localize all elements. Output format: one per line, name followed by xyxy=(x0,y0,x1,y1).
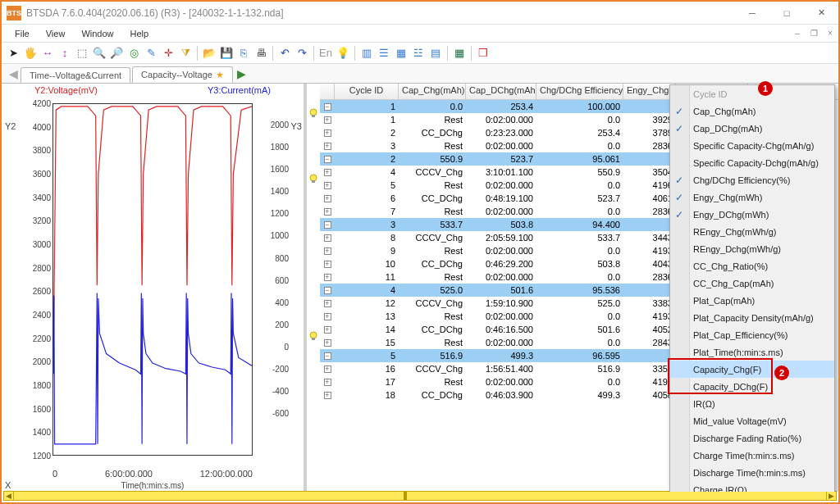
filter-icon[interactable]: ⧩ xyxy=(177,45,194,61)
ctx-item[interactable]: ✓Engy_DChg(mWh) xyxy=(670,206,834,223)
expand-icon[interactable]: + xyxy=(324,392,331,399)
expand-icon[interactable]: + xyxy=(324,274,331,281)
collapse-icon[interactable]: − xyxy=(324,103,331,111)
ctx-item[interactable]: ✓Engy_Chg(mWh) xyxy=(670,188,834,206)
mdi-minimize-icon[interactable]: – xyxy=(791,27,804,40)
ctx-item[interactable]: Capacity_Chg(F) xyxy=(670,361,834,378)
expand-icon[interactable]: + xyxy=(324,143,331,150)
expand-icon[interactable]: + xyxy=(324,300,331,307)
menu-window[interactable]: Window xyxy=(73,27,121,40)
minimize-button[interactable]: ─ xyxy=(735,2,769,24)
bulb-icon[interactable] xyxy=(308,108,318,118)
expand-icon[interactable]: + xyxy=(324,339,331,347)
tab-add-icon[interactable]: ▶ xyxy=(237,67,246,80)
ctx-item[interactable]: Discharge Fading Ratio(%) xyxy=(670,429,834,447)
expand-icon[interactable]: + xyxy=(324,234,331,242)
expand-icon[interactable]: + xyxy=(324,208,331,216)
col-cycle-id[interactable]: Cycle ID xyxy=(335,84,399,99)
save-icon[interactable]: 💾 xyxy=(218,45,235,61)
redo-icon[interactable]: ↷ xyxy=(294,45,310,61)
ctx-item[interactable]: Plat_Cap(mAh) xyxy=(670,292,834,309)
menu-help[interactable]: Help xyxy=(122,27,158,40)
tab-time-voltage-current[interactable]: Time--Voltage&Current xyxy=(21,67,130,83)
open-icon[interactable]: 📂 xyxy=(201,45,217,61)
target-icon[interactable]: ◎ xyxy=(126,45,142,61)
ctx-item[interactable]: ✓Chg/DChg Efficiency(%) xyxy=(670,171,834,188)
scroll-thumb[interactable] xyxy=(404,492,407,500)
cursor-icon[interactable]: ➤ xyxy=(5,45,21,61)
close-button[interactable]: ✕ xyxy=(804,2,838,24)
zoom-box-icon[interactable]: ⬚ xyxy=(74,45,90,61)
excel-icon[interactable]: ▦ xyxy=(451,45,468,61)
ctx-item[interactable]: REngy_Dchg(mWh/g) xyxy=(670,240,834,257)
ctx-item[interactable]: ✓Cap_Chg(mAh) xyxy=(670,102,834,120)
col-cap-dchg[interactable]: Cap_DChg(mAh) xyxy=(466,84,536,99)
mdi-close-icon[interactable]: × xyxy=(824,27,837,40)
ctx-item[interactable]: CC_Chg_Ratio(%) xyxy=(670,257,834,275)
col-efficiency[interactable]: Chg/DChg Efficiency(%) xyxy=(536,84,623,99)
ctx-item[interactable]: Discharge Time(h:min:s.ms) xyxy=(670,464,834,481)
print-icon[interactable]: 🖶 xyxy=(253,45,269,61)
ctx-item[interactable]: Mid_value Voltage(mV) xyxy=(670,412,834,429)
zoom-out-icon[interactable]: 🔎 xyxy=(108,45,125,61)
ctx-item[interactable]: ✓Cap_DChg(mAh) xyxy=(670,120,834,137)
cycle-icon[interactable]: ❒ xyxy=(475,45,491,61)
vzoom-icon[interactable]: ↕ xyxy=(57,45,73,61)
expand-icon[interactable]: + xyxy=(324,195,331,202)
bulb-icon[interactable] xyxy=(308,174,318,184)
maximize-button[interactable]: □ xyxy=(769,2,804,24)
chart-plot-area[interactable] xyxy=(52,103,253,456)
col-engy-chg[interactable]: Engy_Chg(mWh) xyxy=(623,84,676,99)
ctx-item[interactable]: Plat_Capacity Density(mAh/g) xyxy=(670,309,834,326)
table-icon[interactable]: ▤ xyxy=(427,45,444,61)
ctx-item[interactable]: Plat_Time(h:min:s.ms) xyxy=(670,343,834,361)
tab-prev-icon[interactable]: ◀ xyxy=(9,67,18,80)
note-icon[interactable]: ✎ xyxy=(143,45,159,61)
ctx-item[interactable]: Specific Capacity-Dchg(mAh/g) xyxy=(670,154,834,171)
expand-icon[interactable]: + xyxy=(324,116,331,124)
mdi-restore-icon[interactable]: ❐ xyxy=(807,27,820,40)
grid-icon[interactable]: ▦ xyxy=(393,45,409,61)
ctx-item[interactable]: Specific Capacity-Chg(mAh/g) xyxy=(670,137,834,154)
crosshair-icon[interactable]: ✛ xyxy=(160,45,176,61)
ctx-item[interactable]: IR(Ω) xyxy=(670,395,834,412)
menu-file[interactable]: File xyxy=(7,27,38,40)
ctx-item[interactable]: Charge IR(Ω) xyxy=(670,481,834,492)
column-chooser-menu[interactable]: Cycle ID✓Cap_Chg(mAh)✓Cap_DChg(mAh)Speci… xyxy=(669,84,835,492)
expand-icon[interactable]: + xyxy=(324,366,331,373)
col-cap-chg[interactable]: Cap_Chg(mAh) xyxy=(399,84,466,99)
ctx-item[interactable]: Charge Time(h:min:s.ms) xyxy=(670,447,834,464)
collapse-icon[interactable]: − xyxy=(324,352,331,360)
expand-icon[interactable]: + xyxy=(324,169,331,176)
ctx-item[interactable]: Plat_Cap_Efficiency(%) xyxy=(670,326,834,343)
scroll-left-icon[interactable]: ◀ xyxy=(4,492,14,500)
collapse-icon[interactable]: − xyxy=(324,156,331,163)
ctx-item[interactable]: Capacity_DChg(F) xyxy=(670,378,834,395)
rows-icon[interactable]: ☰ xyxy=(376,45,392,61)
list-icon[interactable]: ☳ xyxy=(410,45,427,61)
expand-icon[interactable]: + xyxy=(324,182,331,189)
hzoom-icon[interactable]: ↔ xyxy=(39,45,56,61)
tab-capacity-voltage[interactable]: Capacity--Voltage xyxy=(132,66,233,83)
en-icon[interactable]: En xyxy=(317,45,334,61)
expand-icon[interactable]: + xyxy=(324,379,331,386)
columns-icon[interactable]: ▥ xyxy=(358,45,375,61)
bulb-icon[interactable]: 💡 xyxy=(335,45,351,61)
pan-icon[interactable]: 🖐 xyxy=(22,45,39,61)
ctx-item[interactable]: CC_Chg_Cap(mAh) xyxy=(670,275,834,292)
expand-icon[interactable]: + xyxy=(324,313,331,320)
menu-view[interactable]: View xyxy=(38,27,74,40)
ctx-item[interactable]: REngy_Chg(mWh/g) xyxy=(670,223,834,240)
collapse-icon[interactable]: − xyxy=(324,221,331,229)
expand-icon[interactable]: + xyxy=(324,261,331,268)
scroll-right-icon[interactable]: ▶ xyxy=(826,492,836,500)
zoom-in-icon[interactable]: 🔍 xyxy=(91,45,107,61)
expand-icon[interactable]: + xyxy=(324,129,331,137)
collapse-icon[interactable]: − xyxy=(324,287,331,294)
undo-icon[interactable]: ↶ xyxy=(276,45,293,61)
bulb-icon[interactable] xyxy=(308,331,318,341)
expand-icon[interactable]: + xyxy=(324,247,331,255)
horizontal-scrollbar[interactable]: ◀ ▶ xyxy=(3,491,837,501)
expand-icon[interactable]: + xyxy=(324,326,331,334)
export-icon[interactable]: ⎘ xyxy=(235,45,252,61)
